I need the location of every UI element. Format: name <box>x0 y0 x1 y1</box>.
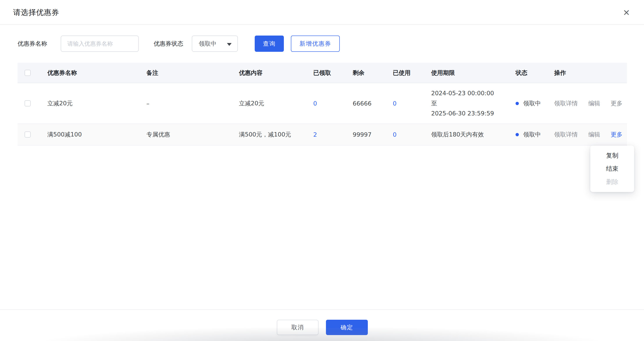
col-received: 已领取 <box>313 63 331 83</box>
coupon-table: 优惠券名称 备注 优惠内容 已领取 剩余 已使用 使用期限 状态 操作 立减20… <box>18 63 627 146</box>
add-coupon-button[interactable]: 新增优惠券 <box>291 36 340 52</box>
status-text: 领取中 <box>523 99 541 107</box>
col-coupon-name: 优惠券名称 <box>47 63 77 83</box>
search-button[interactable]: 查询 <box>255 36 284 52</box>
status-dot-icon <box>516 133 519 136</box>
remaining-cell: 66666 <box>353 83 372 124</box>
coupon-name-cell: 满500减100 <box>47 124 82 145</box>
status-badge: 领取中 <box>516 83 541 124</box>
chevron-down-icon <box>227 43 232 46</box>
more-dropdown-menu: 复制 结束 删除 <box>590 146 634 192</box>
action-view-link[interactable]: 领取详情 <box>554 99 578 107</box>
status-dot-icon <box>516 102 519 105</box>
action-cell: 领取详情 编辑 更多 <box>554 83 622 124</box>
coupon-name-input[interactable] <box>61 36 139 52</box>
status-text: 领取中 <box>523 131 541 138</box>
modal-header: 请选择优惠券 ✕ <box>0 0 644 25</box>
footer-divider <box>0 309 644 310</box>
table-header-row: 优惠券名称 备注 优惠内容 已领取 剩余 已使用 使用期限 状态 操作 <box>18 63 627 83</box>
action-cell: 领取详情 编辑 更多 <box>554 124 622 145</box>
close-icon[interactable]: ✕ <box>620 7 632 19</box>
coupon-name-label: 优惠券名称 <box>18 36 47 52</box>
period-to: 至 <box>431 98 437 108</box>
coupon-status-select[interactable]: 领取中 <box>192 36 238 52</box>
col-remaining: 剩余 <box>353 63 364 83</box>
received-count-link[interactable]: 2 <box>313 124 317 145</box>
period-cell: 领取后180天内有效 <box>431 124 484 145</box>
period-end: 2025-06-30 23:59:59 <box>431 108 494 119</box>
period-start: 2024-05-23 00:00:00 <box>431 88 494 98</box>
col-content: 优惠内容 <box>239 63 262 83</box>
remaining-cell: 99997 <box>353 124 372 145</box>
content-cell: 立减20元 <box>239 83 264 124</box>
menu-item-end[interactable]: 结束 <box>590 162 634 175</box>
used-count-link[interactable]: 0 <box>393 83 396 124</box>
modal-bottom-shadow <box>0 328 644 341</box>
used-count-link[interactable]: 0 <box>393 124 396 145</box>
content-cell: 满500元，减100元 <box>239 124 291 145</box>
table-row: 满500减100 专属优惠 满500元，减100元 2 99997 0 领取后1… <box>18 124 627 146</box>
row-checkbox[interactable] <box>24 100 31 106</box>
col-used: 已使用 <box>393 63 410 83</box>
modal-title: 请选择优惠券 <box>13 0 59 25</box>
action-view-link[interactable]: 领取详情 <box>554 131 578 138</box>
col-period: 使用期限 <box>431 63 455 83</box>
remark-cell: 专属优惠 <box>146 124 170 145</box>
confirm-button[interactable]: 确定 <box>326 320 368 335</box>
table-row: 立减20元 – 立减20元 0 66666 0 2024-05-23 00:00… <box>18 83 627 124</box>
coupon-status-label: 优惠券状态 <box>154 36 183 52</box>
menu-item-copy[interactable]: 复制 <box>590 149 634 162</box>
filter-bar: 优惠券名称 优惠券状态 领取中 查询 新增优惠券 <box>0 36 644 52</box>
coupon-name-cell: 立减20元 <box>47 83 72 124</box>
action-edit-link[interactable]: 编辑 <box>588 99 600 107</box>
coupon-status-value: 领取中 <box>192 40 216 48</box>
action-more-link[interactable]: 更多 <box>611 99 622 107</box>
menu-item-delete: 删除 <box>590 175 634 188</box>
action-more-link[interactable]: 更多 <box>611 131 622 138</box>
action-edit-link[interactable]: 编辑 <box>588 131 600 138</box>
col-status: 状态 <box>516 63 528 83</box>
remark-cell: – <box>146 83 150 124</box>
received-count-link[interactable]: 0 <box>313 83 317 124</box>
row-checkbox[interactable] <box>24 131 31 138</box>
col-action: 操作 <box>554 63 566 83</box>
status-badge: 领取中 <box>516 124 541 145</box>
select-all-checkbox[interactable] <box>24 70 31 76</box>
period-cell: 2024-05-23 00:00:00 至 2025-06-30 23:59:5… <box>431 83 494 124</box>
cancel-button[interactable]: 取消 <box>277 320 318 335</box>
col-remark: 备注 <box>146 63 158 83</box>
